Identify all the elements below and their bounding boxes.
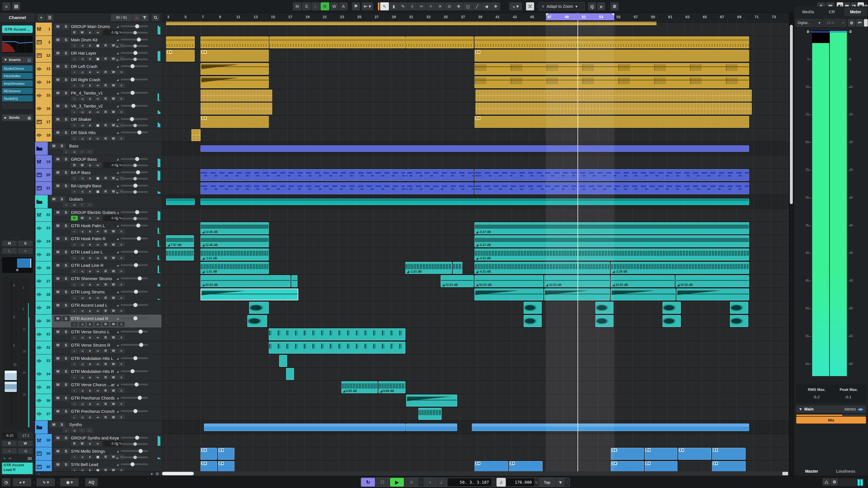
auto-punch-button[interactable]: ⚑ [352, 2, 360, 10]
track-W-button[interactable]: W [110, 322, 117, 327]
volume-slider[interactable] [121, 39, 148, 40]
solo-button[interactable]: S [62, 289, 70, 295]
lane-16[interactable] [161, 102, 789, 116]
track-monitor-button[interactable]: ◀ [79, 468, 86, 471]
clip[interactable] [475, 90, 752, 101]
track-∞-button[interactable]: ∞ [94, 335, 101, 340]
solo-button[interactable]: S [62, 276, 70, 282]
track-row-34[interactable]: 34MSGTR Modulation Hits R●◀e∞RW≡◢ [35, 367, 161, 381]
track-R-button[interactable]: R [102, 362, 109, 366]
clip[interactable] [406, 36, 473, 48]
track-monitor-button[interactable]: ◀ [79, 43, 86, 48]
write-button[interactable]: W [18, 441, 33, 446]
track-∞-button[interactable]: ∞ [94, 322, 101, 327]
lane-32[interactable] [161, 341, 789, 354]
clip[interactable] [662, 315, 681, 327]
menu-icon[interactable]: ≡ [2, 2, 10, 10]
volume-slider[interactable] [121, 158, 148, 160]
track-∞-button[interactable]: ∞ [94, 30, 101, 35]
lane-23[interactable]: ◢ 12.46 dB◢ -0.37 dB [161, 222, 789, 235]
folder-button[interactable]: = [79, 202, 85, 207]
track-≡-button[interactable]: ≡ [118, 70, 125, 74]
folder-button[interactable]: ● [63, 202, 70, 207]
track-e-button[interactable]: e [87, 322, 93, 327]
clip[interactable]: ◢ 10.53 dB [474, 275, 544, 287]
mute-button[interactable]: M [54, 170, 62, 175]
track-R-button[interactable]: R [71, 162, 78, 167]
lane-bass[interactable] [161, 142, 789, 155]
track-record-button[interactable]: ● [71, 70, 78, 74]
solo-button[interactable]: S [62, 130, 70, 136]
meter-scale-select[interactable]: -18 d... ▾ [824, 19, 846, 27]
clip[interactable]: 2 ▾ [218, 461, 235, 471]
erase-tool[interactable]: ◊ [408, 2, 416, 10]
automation-r-button[interactable]: R [320, 2, 329, 10]
track-row-22[interactable]: 22MSGROUP Electric GuitarsRWe∞-5.00⇅◢◣ [35, 208, 161, 222]
secondary-slider[interactable] [121, 58, 148, 60]
clip[interactable]: ◢ 12.46 dB [200, 235, 269, 247]
volume-slider[interactable] [121, 291, 148, 293]
track-row-35[interactable]: 35MSGTR Verse Chorus ...ar●◀e∞RW≡◢ [35, 381, 161, 394]
track-record-button[interactable]: ● [71, 242, 78, 247]
lane-36[interactable] [161, 394, 789, 408]
track-e-button[interactable]: e [87, 415, 93, 420]
solo-button[interactable]: S [62, 435, 70, 441]
track-∞-button[interactable]: ∞ [94, 229, 101, 234]
track-row-28[interactable]: 28MSGTR Long Strums●◀e∞RW≡◢ [35, 288, 161, 301]
track-e-button[interactable]: e [87, 242, 93, 247]
mute-button[interactable]: M [54, 342, 62, 348]
track-R-button[interactable]: R [102, 308, 109, 314]
mute-button[interactable]: M [54, 382, 62, 388]
volume-slider[interactable] [121, 92, 148, 94]
solo-button[interactable]: S [62, 209, 70, 216]
track-≡-button[interactable]: ≡ [118, 242, 125, 247]
track-∞-button[interactable]: ∞ [94, 83, 101, 88]
track-≡-button[interactable]: ≡ [118, 308, 125, 314]
track-row-26[interactable]: 26MSGTR Lead Line R●◀e∞RW≡◢ [35, 261, 161, 274]
clip[interactable]: ◢ 12.46 dB [200, 222, 269, 234]
mute-button[interactable]: M [54, 302, 62, 308]
volume-slider[interactable] [121, 344, 148, 346]
clip[interactable]: 2 ▾ [218, 448, 235, 460]
volume-slider[interactable] [121, 185, 148, 187]
solo-button[interactable]: S [58, 196, 66, 202]
control-room-main-header[interactable]: ▼ Main stereo ◀▶ [796, 405, 866, 413]
track-∞-button[interactable]: ∞ [94, 308, 101, 314]
track-W-button[interactable]: W [110, 96, 117, 101]
mute-button[interactable]: M [54, 130, 62, 136]
track-W-button[interactable]: W [110, 43, 117, 48]
track-record-button[interactable]: ● [71, 189, 78, 194]
folder-button[interactable]: ≈ [86, 202, 93, 207]
track-e-button[interactable]: e [87, 109, 93, 114]
clip[interactable]: ◢ 7.97 dB [166, 235, 194, 247]
lane-1[interactable] [161, 23, 789, 36]
clip[interactable] [474, 76, 749, 88]
track-row-29[interactable]: 29MSGTR Accent Lead L●◀e∞RW≡◢ [35, 301, 161, 315]
track-R-button[interactable]: R [102, 454, 109, 459]
track-W-button[interactable]: W [110, 468, 117, 471]
track-record-button[interactable]: ● [71, 415, 78, 420]
track-∞-button[interactable]: ∞ [94, 216, 101, 221]
lane-12[interactable]: 1 ▾1 ▾1 ▾ [161, 49, 789, 62]
track-visibility-icon[interactable]: ⌂ [133, 14, 140, 21]
track-≡-button[interactable]: ≡ [118, 229, 125, 234]
tempo-display[interactable]: 170.000 [506, 478, 534, 486]
track-e-button[interactable]: e [87, 43, 93, 48]
track-e-button[interactable]: e [87, 176, 93, 181]
track-monitor-button[interactable]: ◀ [79, 83, 86, 88]
lane-39[interactable]: 1 ▾2 ▾1 ▾2 ▾1 ▾2 ▾ [161, 447, 789, 460]
track-row-guitars[interactable]: MSGuitars●◀=≈ [35, 195, 161, 208]
track-row-24[interactable]: 24MSGTR Hook Palm R●◀e∞RW≡◢ [35, 235, 161, 248]
lane-19[interactable] [161, 155, 789, 168]
channel-s-button[interactable]: S [18, 240, 33, 246]
mute-button[interactable]: M [54, 156, 62, 162]
track-∞-button[interactable]: ∞ [94, 375, 101, 380]
fader-handle[interactable] [5, 370, 17, 392]
clip[interactable] [166, 23, 656, 25]
volume-slider[interactable] [121, 211, 148, 213]
clip[interactable] [474, 36, 749, 48]
meter-settings-gear-icon[interactable]: ⚙ [848, 19, 855, 27]
solo-button[interactable]: S [62, 156, 70, 162]
mute-button[interactable]: M [54, 276, 62, 282]
group-gain-value[interactable]: -4.55⇅ [103, 162, 122, 168]
